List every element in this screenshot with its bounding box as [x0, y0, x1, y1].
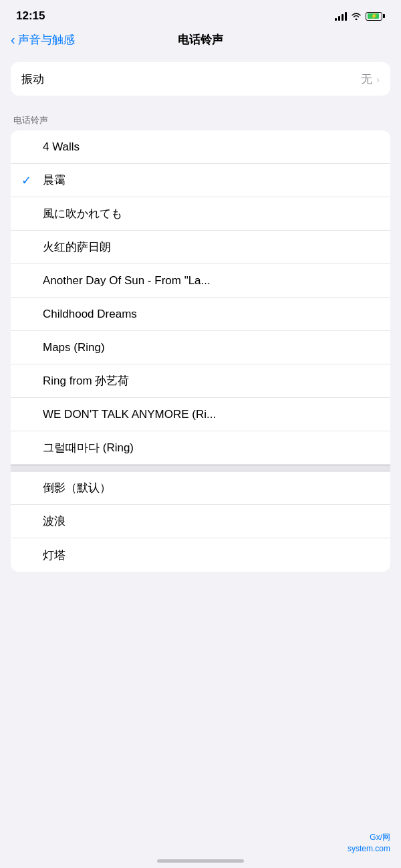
vibration-label: 振动 — [21, 72, 361, 87]
list-item[interactable]: WE DON'T TALK ANYMORE (Ri... — [11, 398, 390, 431]
battery-icon: ⚡ — [366, 12, 385, 21]
list-item[interactable]: 火红的萨日朗 — [11, 231, 390, 264]
back-chevron-icon: ‹ — [11, 33, 15, 46]
ringtone-label: 火红的萨日朗 — [43, 239, 380, 255]
watermark-line1: Gx/网 — [348, 832, 390, 843]
status-icons: ⚡ — [335, 11, 385, 21]
list-item[interactable]: 風に吹かれても — [11, 197, 390, 231]
list-item[interactable]: 倒影（默认） — [11, 471, 390, 505]
list-item[interactable]: Ring from 孙艺荷 — [11, 364, 390, 398]
vibration-value: 无 — [361, 72, 372, 87]
vibration-row[interactable]: 振动 无 › — [11, 62, 390, 96]
page-title: 电话铃声 — [178, 32, 223, 47]
ringtone-label: 波浪 — [43, 514, 380, 529]
ringtone-label: Another Day Of Sun - From "La... — [43, 274, 380, 288]
status-bar: 12:15 ⚡ — [0, 0, 401, 27]
list-item[interactable]: 波浪 — [11, 505, 390, 538]
list-item[interactable]: ✓ 晨霭 — [11, 164, 390, 197]
checkmark-icon: ✓ — [21, 173, 35, 188]
ringtone-label: 風に吹かれても — [43, 206, 380, 221]
list-item[interactable]: 그럴때마다 (Ring) — [11, 431, 390, 465]
ringtone-label: Maps (Ring) — [43, 341, 380, 354]
status-time: 12:15 — [16, 9, 45, 23]
list-item[interactable]: 4 Walls — [11, 130, 390, 164]
wifi-icon — [351, 12, 362, 20]
ringtone-label: Ring from 孙艺荷 — [43, 373, 380, 389]
ringtone-label: 灯塔 — [43, 548, 380, 563]
list-item[interactable]: Childhood Dreams — [11, 298, 390, 331]
ringtone-section-label: 电话铃声 — [0, 109, 401, 130]
list-item[interactable]: Another Day Of Sun - From "La... — [11, 264, 390, 298]
ringtone-label: 그럴때마다 (Ring) — [43, 440, 380, 455]
ringtone-label: 4 Walls — [43, 140, 380, 154]
ringtone-list: 4 Walls ✓ 晨霭 風に吹かれても 火红的萨日朗 Another Day … — [11, 130, 390, 572]
back-button[interactable]: ‹ 声音与触感 — [11, 32, 75, 47]
ringtone-label: 晨霭 — [43, 173, 380, 188]
back-label: 声音与触感 — [18, 32, 75, 47]
ringtone-label: WE DON'T TALK ANYMORE (Ri... — [43, 408, 380, 421]
watermark-line2: system.com — [348, 843, 390, 855]
ringtone-label: 倒影（默认） — [43, 480, 380, 496]
list-item[interactable]: 灯塔 — [11, 538, 390, 572]
watermark: Gx/网 system.com — [348, 832, 390, 855]
list-item[interactable]: Maps (Ring) — [11, 331, 390, 364]
vibration-section: 振动 无 › — [11, 62, 390, 96]
nav-bar: ‹ 声音与触感 电话铃声 — [0, 27, 401, 56]
home-indicator — [157, 859, 244, 863]
ringtone-childhood-dreams: Childhood Dreams — [43, 308, 380, 321]
chevron-icon: › — [376, 74, 380, 85]
signal-icon — [335, 11, 347, 21]
